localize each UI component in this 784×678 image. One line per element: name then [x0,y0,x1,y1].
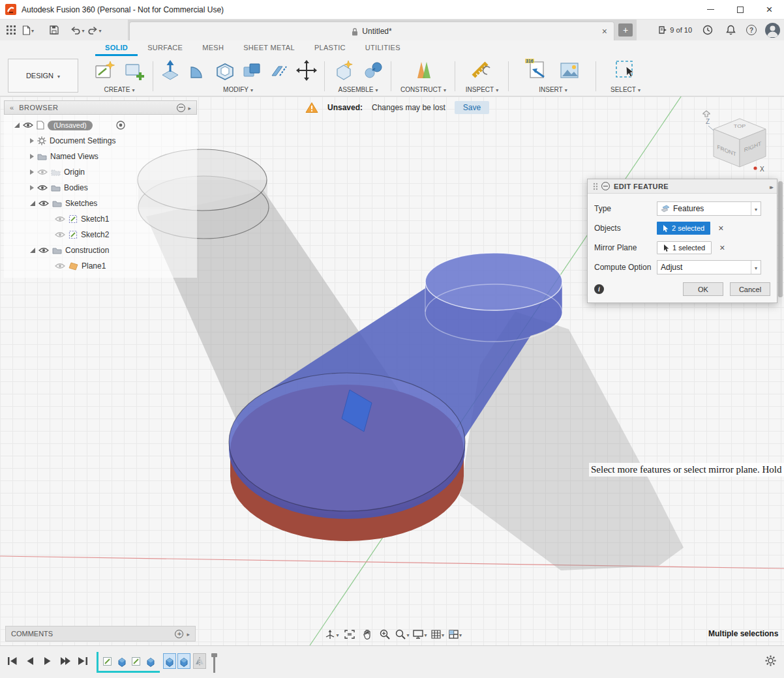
save-button[interactable] [47,22,61,38]
timeline-feature-mirror[interactable] [193,653,206,669]
timeline-step-forward-button[interactable] [59,656,71,666]
pan-button[interactable] [359,626,375,641]
timeline-feature-sketch2[interactable] [130,653,143,669]
shell-button[interactable] [212,57,238,85]
minimize-panel-icon[interactable] [177,104,185,112]
expand-triangle-icon[interactable] [30,201,35,206]
timeline-feature-extrude4-selected[interactable] [177,653,190,669]
panel-resize-handle[interactable] [188,104,191,111]
dialog-header[interactable]: EDIT FEATURE [588,179,777,194]
tab-solid[interactable]: SOLID [95,40,138,56]
save-action-button[interactable]: Save [455,101,489,114]
clear-mirror-plane-selection-icon[interactable] [719,243,725,252]
browser-root-row[interactable]: (Unsaved) [4,117,197,133]
viewcube[interactable]: TOP FRONT RIGHT Z X [699,110,777,177]
timeline-skip-end-button[interactable] [77,656,89,666]
design-workspace-menu[interactable]: DESIGN [8,59,78,93]
help-button[interactable] [746,25,757,35]
timeline-feature-extrude1[interactable] [115,653,128,669]
history-button[interactable] [701,22,715,38]
maximize-button[interactable] [725,0,755,19]
collapsed-triangle-icon[interactable] [30,185,34,190]
timeline-skip-start-button[interactable] [7,656,18,666]
timeline-feature-extrude3-selected[interactable] [163,653,176,669]
cancel-button[interactable]: Cancel [730,282,770,296]
new-document-tab-button[interactable] [618,23,633,37]
select-group-menu[interactable]: SELECT [600,86,651,96]
browser-item-named-views[interactable]: Named Views [4,149,197,164]
viewports-button[interactable] [447,626,463,641]
collapsed-triangle-icon[interactable] [30,138,34,143]
decal-button[interactable] [556,57,582,85]
activate-component-icon[interactable] [116,121,125,130]
dialog-expand-icon[interactable] [770,182,772,191]
joint-button[interactable] [360,57,386,85]
timeline-position-marker[interactable] [211,653,217,673]
browser-item-construction[interactable]: Construction [4,243,197,258]
objects-selection-chip[interactable]: 2 selected [657,222,710,235]
panel-resize-handle[interactable] [187,630,190,638]
browser-item-plane1[interactable]: Plane1 [4,258,197,274]
fit-view-button[interactable] [342,626,357,641]
timeline-step-back-button[interactable] [24,656,36,666]
tab-utilities[interactable]: UTILITIES [355,40,410,56]
offset-face-button[interactable] [267,57,293,85]
dropdown-caret-area[interactable] [751,202,757,215]
close-button[interactable] [755,0,784,19]
job-status-button[interactable]: 9 of 10 [658,25,692,35]
timeline-feature-sketch1[interactable] [101,653,114,669]
visibility-eye-icon[interactable] [38,200,49,207]
notifications-button[interactable] [723,22,738,38]
zoom-window-button[interactable] [377,626,393,641]
undo-button[interactable] [70,22,85,38]
drag-grip-icon[interactable] [593,183,597,190]
display-settings-button[interactable] [412,626,428,641]
timeline-feature-extrude2[interactable] [144,653,157,669]
compute-option-dropdown[interactable]: Adjust [657,260,761,274]
document-tab-close-icon[interactable] [602,26,607,37]
new-component-button[interactable] [331,57,357,85]
collapsed-triangle-icon[interactable] [30,170,34,175]
insert-group-menu[interactable]: INSERT [513,86,594,96]
collapsed-triangle-icon[interactable] [30,154,34,159]
modify-group-menu[interactable]: MODIFY [155,86,321,96]
select-tool-button[interactable] [612,57,639,85]
browser-item-document-settings[interactable]: Document Settings [4,133,197,149]
browser-item-origin[interactable]: Origin [4,164,197,180]
tab-plastic[interactable]: PLASTIC [305,40,355,56]
visibility-eye-off-icon[interactable] [55,263,65,269]
assemble-group-menu[interactable]: ASSEMBLE [328,86,388,96]
dialog-side-handle[interactable] [778,181,783,297]
expand-triangle-icon[interactable] [14,123,20,128]
zoom-button[interactable] [395,626,410,641]
press-pull-button[interactable] [157,57,183,85]
tab-surface[interactable]: SURFACE [138,40,192,56]
construct-plane-button[interactable] [410,57,436,85]
visibility-eye-icon[interactable] [23,122,33,128]
home-view-icon[interactable] [703,111,710,117]
browser-item-sketch2[interactable]: Sketch2 [4,227,197,243]
user-avatar[interactable] [765,23,780,38]
inspect-group-menu[interactable]: INSPECT [459,86,505,96]
move-copy-button[interactable] [294,58,319,85]
mirror-plane-selection-chip[interactable]: 1 selected [657,241,712,254]
orbit-button[interactable] [324,626,340,641]
minimize-button[interactable] [696,0,725,19]
create-group-menu[interactable]: CREATE [89,86,150,96]
add-comment-icon[interactable] [175,630,183,638]
construct-group-menu[interactable]: CONSTRUCT [395,86,452,96]
document-tab[interactable]: Untitled* [129,22,614,40]
viewport-3d[interactable]: Unsaved: Changes may be lost Save BROWSE… [0,96,784,645]
visibility-eye-off-icon[interactable] [37,169,48,175]
timeline-settings-button[interactable] [765,655,776,668]
file-menu-button[interactable] [21,22,35,38]
fillet-button[interactable] [185,57,211,85]
ok-button[interactable]: OK [683,282,723,296]
collapse-panel-icon[interactable] [10,104,14,111]
visibility-eye-icon[interactable] [38,247,49,254]
combine-button[interactable] [239,57,265,85]
tab-mesh[interactable]: MESH [192,40,234,56]
visibility-eye-off-icon[interactable] [55,231,65,238]
redo-button[interactable] [87,22,102,38]
grid-settings-button[interactable] [430,626,445,641]
